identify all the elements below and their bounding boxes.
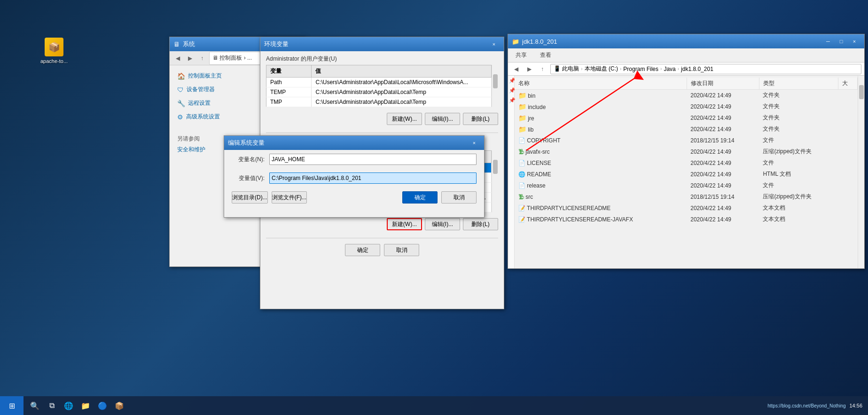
sys-vars-scrollbar[interactable] [492,150,498,212]
list-item[interactable]: 📁 include 2020/4/22 14:49 文件夹 [515,101,858,112]
file-icon: 📄 [518,182,525,189]
taskbar-ie-icon[interactable]: 🌐 [61,398,76,413]
list-item[interactable]: 📁 jre 2020/4/22 14:49 文件夹 [515,112,858,124]
explorer-close-btn[interactable]: × [848,37,860,46]
breadcrumb-pc: 📱 此电脑 [554,65,579,73]
env-titlebar[interactable]: 环境变量 × [260,37,504,51]
sidebar-item-label-devicemanager: 设备管理器 [187,86,215,94]
explorer-titlebar[interactable]: 📁 jdk1.8.0_201 ─ □ × [508,34,864,48]
user-new-btn[interactable]: 新建(W)... [387,113,422,125]
env-bottom-divider [266,238,498,238]
explorer-up-btn[interactable]: ↑ [537,64,547,74]
list-item[interactable]: 🌐 README 2020/4/22 14:49 HTML 文档 [515,169,858,180]
start-button[interactable]: ⊞ [0,396,23,415]
list-item[interactable]: 📝 THIRDPARTYLICENSEREADME-JAVAFX 2020/4/… [515,214,858,225]
file-icon: 📄 [518,160,525,166]
explorer-sidebar: 📌 📌 📌 [508,76,515,268]
breadcrumb-jdk: jdk1.8.0_201 [681,66,713,72]
table-row[interactable]: Path C:\Users\Administrator\AppData\Loca… [266,78,492,87]
explorer-nav-bar: ◀ ▶ ↑ 📱 此电脑 › 本地磁盘 (C:) › Program Files … [508,63,864,76]
breadcrumb-java: Java [664,66,675,72]
explorer-back-btn[interactable]: ◀ [511,64,521,74]
list-item[interactable]: 📄 release 2020/4/22 14:49 文件 [515,180,858,191]
col-date: 修改日期 [687,78,759,90]
taskbar-time: 14:56 [849,403,862,408]
user-delete-btn[interactable]: 删除(L) [463,113,498,125]
edit-window-controls: × [468,138,480,148]
explorer-title-text: jdk1.8.0_201 [522,38,557,45]
taskbar-taskview-icon[interactable]: ⧉ [44,398,59,413]
desktop-icon-apache[interactable]: 📦 apache-to... [38,38,70,64]
env-close-btn[interactable]: × [488,39,500,49]
folder-icon: 📁 [518,103,526,110]
explorer-forward-btn[interactable]: ▶ [524,64,534,74]
user-vars-scroll-thumb[interactable] [493,74,498,88]
edit-ok-btn[interactable]: 确定 [402,191,438,204]
system-title-text: 系统 [183,40,195,48]
taskbar-explorer-icon[interactable]: 📁 [78,398,93,413]
system-back-btn[interactable]: ◀ [172,53,183,63]
taskbar-app-icon[interactable]: 📦 [112,398,127,413]
list-item[interactable]: 📄 COPYRIGHT 2018/12/15 19:14 文件 [515,135,858,146]
zip-icon: 🗜 [518,194,524,200]
sys-vars-scroll-thumb[interactable] [493,160,498,174]
env-cancel-btn[interactable]: 取消 [384,244,419,256]
list-item[interactable]: 📁 lib 2020/4/22 14:49 文件夹 [515,124,858,135]
pin-icon-3: 📌 [508,95,514,105]
system-forward-btn[interactable]: ▶ [185,53,195,63]
list-item[interactable]: 📁 bin 2020/4/22 14:49 文件夹 [515,90,858,101]
explorer-breadcrumb: 📱 此电脑 › 本地磁盘 (C:) › Program Files › Java… [550,64,861,74]
sidebar-item-label-remotesettings: 远程设置 [188,99,211,107]
user-edit-btn[interactable]: 编辑(I)... [425,113,460,125]
explorer-minimize-btn[interactable]: ─ [822,37,834,46]
taskbar-search-icon[interactable]: 🔍 [27,398,42,413]
taskbar-clock: 14:56 [849,403,862,408]
user-vars-title: Administrator 的用户变量(U) [266,55,498,63]
edit-var-value-label: 变量值(V): [232,174,265,182]
advancedsettings-icon: ⚙ [177,113,183,121]
list-item[interactable]: 🗜 src 2018/12/15 19:14 压缩(zipped)文件夹 [515,191,858,203]
edit-browse-dir-btn[interactable]: 浏览目录(D)... [232,191,268,204]
sidebar-item-label-controlpanel: 控制面板主页 [188,72,222,80]
explorer-scroll-thumb[interactable] [859,85,864,99]
explorer-scrollbar[interactable] [858,76,864,268]
edit-titlebar[interactable]: 编辑系统变量 × [224,136,484,150]
sys-delete-btn[interactable]: 删除(L) [463,218,498,230]
taskbar-url: https://blog.csdn.net/Beyond_Nothing [767,403,845,408]
edit-cancel-btn[interactable]: 取消 [441,191,477,204]
edit-browse-file-btn[interactable]: 浏览文件(F)... [272,191,307,204]
edit-var-value-input[interactable] [269,172,477,184]
table-row[interactable]: TEMP C:\Users\Administrator\AppData\Loca… [266,87,492,97]
user-vars-section: Administrator 的用户变量(U) 变量 值 Path C:\User… [260,51,504,111]
sys-edit-btn[interactable]: 编辑(I)... [425,218,460,230]
taskbar-chrome-icon[interactable]: 🔵 [95,398,110,413]
system-up-btn[interactable]: ↑ [197,53,207,63]
env-divider [266,133,498,133]
apache-icon: 📦 [45,38,63,56]
folder-icon: 📁 [518,114,526,122]
env-title-text: 环境变量 [264,40,289,48]
env-ok-btn[interactable]: 确定 [345,244,380,256]
explorer-maximize-btn[interactable]: □ [835,37,847,46]
system-title-icon: 🖥 [173,40,180,48]
remotesettings-icon: 🔧 [177,100,185,107]
list-item[interactable]: 🗜 javafx-src 2020/4/22 14:49 压缩(zipped)文… [515,146,858,157]
explorer-window-controls: ─ □ × [822,37,860,46]
taskbar: ⊞ 🔍 ⧉ 🌐 📁 🔵 📦 https://blog.csdn.net/Beyo… [0,396,868,415]
list-item[interactable]: 📄 LICENSE 2020/4/22 14:49 文件 [515,157,858,169]
pin-icon-2: 📌 [508,86,514,95]
sys-new-btn[interactable]: 新建(W)... [387,218,422,230]
table-row[interactable]: TMP C:\Users\Administrator\AppData\Local… [266,97,492,107]
user-col-name: 变量 [266,65,312,78]
explorer-toolbar: 共享 查看 [508,48,864,63]
user-col-value: 值 [312,65,492,78]
list-item[interactable]: 📝 THIRDPARTYLICENSEREADME 2020/4/22 14:4… [515,203,858,214]
explorer-share-btn[interactable]: 共享 [512,50,531,60]
env-window-controls: × [488,39,500,49]
user-vars-scrollbar[interactable] [492,65,498,107]
edit-close-btn[interactable]: × [468,138,480,148]
explorer-view-btn[interactable]: 查看 [536,50,555,60]
edit-var-name-input[interactable] [269,154,477,165]
taskbar-icons: 🔍 ⧉ 🌐 📁 🔵 📦 [23,398,131,413]
breadcrumb-programfiles: Program Files [623,66,658,72]
